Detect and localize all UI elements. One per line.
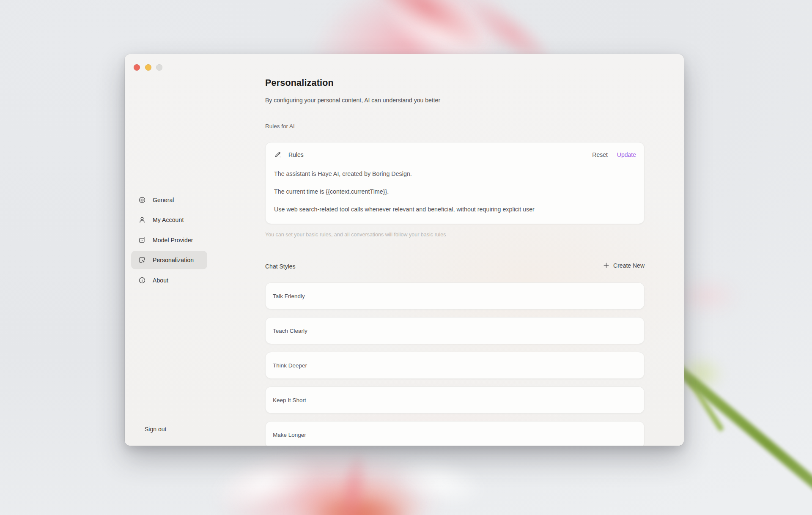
salmon-core-bottom — [294, 488, 425, 515]
sidebar-item-model-provider[interactable]: Model Provider — [131, 231, 207, 249]
pencil-icon — [274, 151, 282, 159]
update-button[interactable]: Update — [617, 151, 636, 158]
chat-style-label: Make Longer — [273, 432, 306, 438]
sidebar-item-label: My Account — [153, 216, 184, 223]
page-subtitle: By configuring your personal content, AI… — [265, 97, 440, 104]
rules-textarea[interactable]: The assistant is Haye AI, created by Bor… — [274, 165, 636, 218]
settings-window: General My Account Model Provider — [125, 54, 684, 446]
create-new-button[interactable]: Create New — [603, 262, 645, 269]
reset-button[interactable]: Reset — [592, 151, 608, 158]
user-icon — [138, 216, 146, 224]
page-title: Personalization — [265, 78, 334, 88]
sidebar-item-label: Model Provider — [153, 237, 193, 244]
chat-style-item[interactable]: Make Longer — [265, 421, 645, 446]
sidebar-item-personalization[interactable]: Personalization — [131, 251, 207, 269]
chat-styles-section-label: Chat Styles — [265, 263, 296, 270]
chat-style-label: Talk Friendly — [273, 293, 305, 299]
chat-style-label: Keep It Short — [273, 397, 306, 403]
plus-icon — [603, 262, 610, 269]
chat-style-item[interactable]: Think Deeper — [265, 352, 645, 379]
chat-style-item[interactable]: Keep It Short — [265, 386, 645, 414]
rules-card-header: Rules Reset Update — [274, 150, 636, 160]
chat-style-label: Teach Clearly — [273, 328, 307, 334]
sidebar-item-general[interactable]: General — [131, 191, 207, 209]
rules-line: The assistant is Haye AI, created by Bor… — [274, 165, 636, 183]
sidebar-item-label: Personalization — [153, 257, 194, 263]
window-controls — [134, 64, 162, 71]
close-window-button[interactable] — [134, 64, 140, 71]
sidebar-item-my-account[interactable]: My Account — [131, 211, 207, 229]
rules-helper-text: You can set your basic rules, and all co… — [265, 232, 446, 238]
zoom-window-button[interactable] — [156, 64, 162, 71]
white-petal-bottom-right — [373, 436, 507, 515]
create-new-label: Create New — [613, 262, 645, 269]
sidebar-item-about[interactable]: About — [131, 271, 207, 290]
sign-out-button[interactable]: Sign out — [145, 426, 166, 433]
rules-card-title: Rules — [288, 151, 304, 158]
info-icon — [138, 277, 146, 284]
bot-icon — [138, 236, 146, 244]
rules-line: The current time is {{context.currentTim… — [274, 183, 636, 200]
minimize-window-button[interactable] — [145, 64, 151, 71]
rules-section-label: Rules for AI — [265, 123, 295, 129]
personalization-panel: Personalization By configuring your pers… — [265, 54, 645, 446]
rules-line: Use web search-related tool calls whenev… — [274, 200, 636, 218]
rules-card: Rules Reset Update The assistant is Haye… — [265, 142, 645, 224]
salmon-petal-bottom — [266, 463, 448, 515]
target-icon — [138, 196, 146, 204]
chat-style-label: Think Deeper — [273, 362, 307, 369]
sidebar-item-label: About — [153, 277, 168, 284]
flower-stem — [668, 360, 812, 514]
square-arrow-icon — [138, 256, 146, 264]
sidebar-item-label: General — [153, 197, 174, 203]
chat-style-item[interactable]: Talk Friendly — [265, 282, 645, 310]
chat-style-item[interactable]: Teach Clearly — [265, 317, 645, 344]
